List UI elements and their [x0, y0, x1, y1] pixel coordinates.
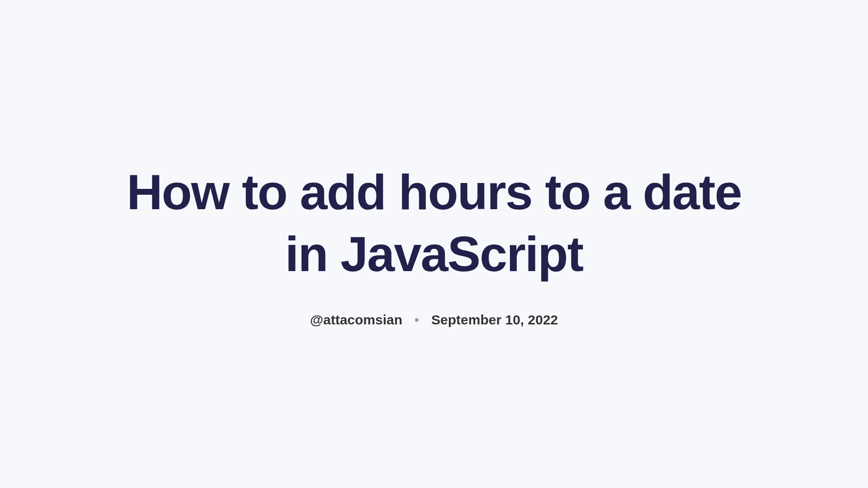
author-handle: @attacomsian — [310, 312, 402, 328]
publish-date: September 10, 2022 — [431, 312, 558, 328]
article-meta: @attacomsian September 10, 2022 — [118, 312, 750, 328]
article-header: How to add hours to a date in JavaScript… — [118, 161, 750, 328]
meta-separator-dot — [415, 318, 419, 322]
article-title: How to add hours to a date in JavaScript — [118, 161, 750, 285]
